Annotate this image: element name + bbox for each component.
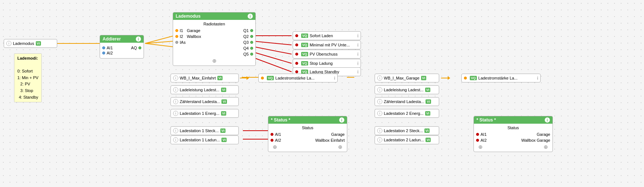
ladestation2-energy-vi: VI (425, 111, 431, 116)
ladestation1-lad-info[interactable]: i (173, 137, 178, 142)
i2-label: I2 (180, 34, 183, 39)
status1-info-icon[interactable]: i (339, 117, 344, 123)
pv-ueberschuss-node: VQ PV Überschuss i (293, 50, 361, 59)
status2-ai1-label: AI1 (481, 132, 487, 137)
lademodus-info-icon[interactable]: i (248, 14, 253, 19)
stop-info-icon[interactable]: i (358, 61, 358, 66)
ladestation1-steck-info[interactable]: i (173, 128, 178, 133)
ladestation1-energy-info[interactable]: i (173, 111, 178, 116)
tooltip-line-0: Lademodi: (17, 55, 38, 62)
sofort-info-icon[interactable]: i (358, 33, 358, 38)
ladestation1-energy-node: i Ladestation 1 Energ... VI (171, 109, 239, 118)
lademodus-block-body: Radiotasten I1 Garage Q1 I2 Wallbox Q2 (173, 20, 255, 66)
ladestrom-einfahrt-label: Ladestromstärke La... (275, 76, 314, 80)
status1-plus-row: ⊕ ⊕ (268, 143, 347, 151)
pv-in-port (295, 53, 298, 56)
lademodus-plus-icon[interactable]: ⊕ (211, 58, 218, 64)
status2-body: Status AI1 Garage AI2 Wallbox Garage ⊕ ⊕ (474, 124, 552, 152)
status1-ai2-row: AI2 Wallbox Einfahrt (268, 137, 347, 143)
wb-garage-arrow (441, 74, 452, 82)
lademodus-row-1: I1 Garage Q1 (173, 28, 255, 33)
svg-line-1 (145, 36, 173, 43)
status1-subtitle: Status (268, 125, 347, 131)
ladeleistung-einfahrt-info[interactable]: i (173, 87, 178, 92)
status2-info-icon[interactable]: i (545, 117, 550, 123)
wallbox-label: Wallbox (187, 34, 201, 39)
status1-header: * Status * i (268, 116, 347, 124)
status2-subtitle: Status (474, 125, 552, 131)
lademodus-block-header: Lademodus i (173, 13, 255, 20)
zaehlerstand-garage-info[interactable]: i (377, 99, 382, 104)
q5-label: Q5 (243, 52, 249, 56)
tooltip-box: Lademodi: 0: Sofort 1: Min + PV 2: PV 3:… (14, 53, 42, 102)
addierer-inputs: AI1 AI2 (100, 44, 122, 57)
wb-einfahrt-info-icon[interactable]: i (173, 75, 178, 81)
ladestation2-energy-label: Ladestation 2 Energ... (384, 111, 424, 116)
ladestation1-energy-label: Ladestation 1 Energ... (180, 111, 220, 116)
status1-plus-right[interactable]: ⊕ (337, 144, 344, 150)
ladestation2-steck-info[interactable]: i (377, 128, 382, 133)
status1-plus-left[interactable]: ⊕ (271, 144, 279, 150)
ladestation2-energy-info[interactable]: i (377, 111, 382, 116)
lademodus-row-2-right: Q2 (243, 34, 253, 39)
wb-garage-label: WB_I_Max_Garage (384, 76, 420, 80)
status2-plus-left[interactable]: ⊕ (477, 144, 484, 150)
ladestation1-steck-label: Ladestation 1 Steck... (180, 128, 219, 133)
q5-port (250, 53, 253, 56)
ai2-label: AI2 (107, 51, 113, 55)
pv-info-icon[interactable]: i (358, 52, 358, 56)
minimal-pv-node: VQ Minimal mit PV Unte... i (293, 40, 361, 49)
tooltip-line-4: 2: PV (17, 81, 38, 88)
wires-layer (0, 0, 644, 187)
standby-info-icon[interactable]: i (358, 70, 358, 74)
pv-label: PV Überschuss (310, 52, 338, 56)
minimal-info-icon[interactable]: i (358, 43, 358, 47)
ladeleistung-garage-node: i Ladeleistung Ladest... VI (375, 85, 439, 94)
ladestation2-lad-info[interactable]: i (377, 137, 382, 142)
ias-port (175, 41, 178, 44)
i1-port (175, 29, 178, 32)
ladestrom-einfahrt-info[interactable]: i (334, 76, 335, 80)
i1-label: I1 (180, 28, 183, 33)
addierer-info-icon[interactable]: i (136, 36, 141, 42)
lademodus-label: Lademodus (13, 41, 34, 46)
ladeleistung-einfahrt-node: i Ladeleistung Ladest... VI (171, 85, 239, 94)
ai1-label: AI1 (107, 46, 113, 50)
lademodus-row-2: I2 Wallbox Q2 (173, 33, 255, 39)
ladestation1-steck-node: i Ladestation 1 Steck... VI (171, 126, 239, 135)
lademodus-input-node: i Lademodus VI (4, 39, 57, 48)
ladeleistung-garage-info[interactable]: i (377, 87, 382, 92)
ladestrom-einfahrt-in-port (261, 77, 264, 80)
lademodus-block: Lademodus i Radiotasten I1 Garage Q1 I2 … (173, 12, 256, 66)
lademodus-add-row: ⊕ (173, 57, 255, 64)
ladestrom-garage-info[interactable]: i (537, 76, 538, 80)
status1-wallbox-label: Wallbox Einfahrt (315, 138, 345, 142)
zaehlerstand-einfahrt-info[interactable]: i (173, 99, 178, 104)
status1-ai2-port (271, 139, 273, 142)
lademodus-row-4: Q4 (173, 45, 255, 51)
wb-einfahrt-label: WB_I_Max_Einfahrt (180, 76, 216, 80)
status2-ai1-left: AI1 (476, 132, 487, 137)
tooltip-line-2: 0: Sofort (17, 68, 38, 75)
standby-in-port (295, 70, 298, 73)
ladestation2-energy-node: i Ladestation 2 Energ... VI (375, 109, 439, 118)
stop-in-port (295, 62, 298, 65)
q1-port (250, 29, 253, 32)
status2-ai1-row: AI1 Garage (474, 131, 552, 137)
addierer-header: Addierer i (100, 35, 144, 43)
status2-plus-right[interactable]: ⊕ (542, 144, 550, 150)
addierer-title: Addierer (103, 36, 121, 42)
q1-label: Q1 (243, 28, 249, 33)
wb-garage-info[interactable]: i (377, 75, 382, 81)
status1-ai1-label: AI1 (275, 132, 281, 137)
ladestrom-garage-node: VQ Ladestromstärke La... i (461, 74, 541, 82)
ladestation2-lad-label: Ladestation 2 Ladun... (384, 138, 424, 142)
ladestrom-garage-in-port (464, 77, 467, 80)
stop-ladung-node: VQ Stop Ladung i (293, 59, 361, 68)
tooltip-line-3: 1: Min + PV (17, 75, 38, 81)
status1-ai2-left: AI2 (271, 138, 281, 142)
vi-badge: VI (36, 41, 41, 46)
ladestation2-steck-vi: VI (424, 128, 430, 133)
info-icon[interactable]: i (6, 41, 11, 46)
minimal-in-port (295, 43, 298, 46)
